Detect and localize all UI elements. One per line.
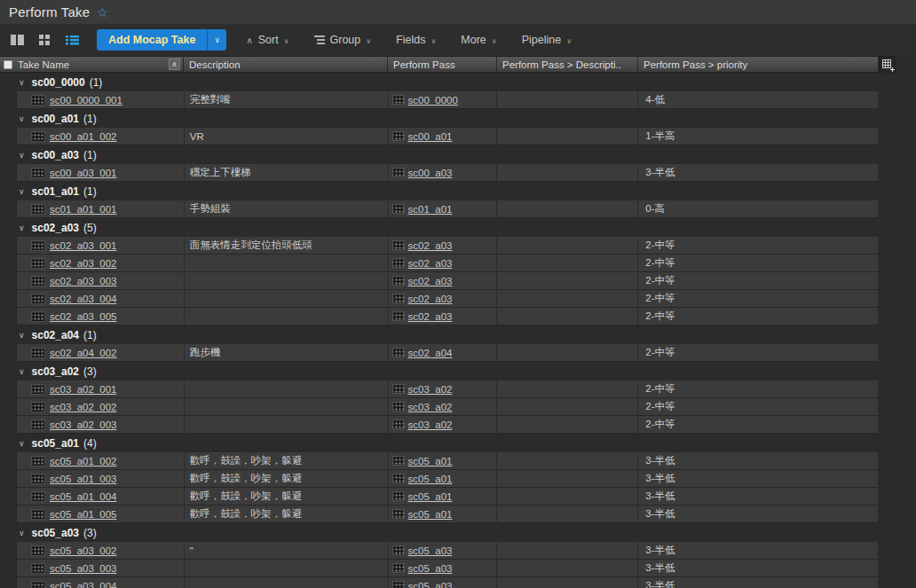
table-row[interactable]: sc02_a03_004 sc02_a03 2-中等 [16, 290, 879, 308]
take-name-link[interactable]: sc01_a01_001 [50, 204, 116, 215]
column-header-description[interactable]: Description [184, 57, 388, 72]
take-thumbnail-icon[interactable] [31, 311, 45, 322]
take-name-link[interactable]: sc02_a03_005 [50, 311, 116, 322]
take-name-link[interactable]: sc05_a03_004 [50, 581, 116, 588]
take-name-link[interactable]: sc03_a02_002 [50, 402, 116, 412]
group-header-row[interactable]: ∨ sc00_0000 (1) [0, 73, 916, 91]
take-name-link[interactable]: sc03_a02_001 [50, 384, 116, 395]
take-name-link[interactable]: sc05_a01_005 [50, 509, 116, 520]
more-menu[interactable]: More ∨ [461, 34, 496, 46]
perform-pass-link[interactable]: sc05_a01 [408, 474, 453, 484]
perform-pass-link[interactable]: sc02_a03 [408, 311, 453, 322]
thumbnail-view-icon[interactable] [39, 35, 51, 45]
table-row[interactable]: sc02_a04_002 跑步機 sc02_a04 2-中等 [16, 344, 879, 362]
take-thumbnail-icon[interactable] [31, 456, 45, 466]
take-thumbnail-icon[interactable] [31, 402, 45, 412]
perform-pass-link[interactable]: sc03_a02 [408, 384, 453, 395]
take-thumbnail-icon[interactable] [31, 168, 45, 178]
take-name-link[interactable]: sc02_a03_003 [50, 276, 116, 286]
group-header-row[interactable]: ∨ sc02_a04 (1) [0, 325, 916, 344]
perform-pass-link[interactable]: sc02_a03 [408, 258, 453, 269]
table-row[interactable]: sc00_a01_002 VR sc00_a01 1-半高 [16, 128, 879, 145]
table-row[interactable]: sc05_a01_004 歡呼，鼓譟，吵架，躲避 sc05_a01 3-半低 [16, 488, 879, 506]
column-header-perform-pass-description[interactable]: Perform Pass > Descripti.. [497, 57, 638, 72]
add-mocap-take-button[interactable]: Add Mocap Take [97, 29, 207, 51]
table-row[interactable]: sc05_a01_005 歡呼，鼓譟，吵架，躲避 sc05_a01 3-半低 [16, 506, 879, 523]
take-thumbnail-icon[interactable] [31, 131, 45, 142]
table-row[interactable]: sc02_a03_001 面無表情走到定位抬頭低頭 sc02_a03 2-中等 [16, 237, 879, 255]
add-column-button[interactable] [879, 57, 896, 74]
take-name-link[interactable]: sc05_a03_002 [50, 545, 116, 556]
select-all-checkbox[interactable] [4, 60, 12, 69]
take-thumbnail-icon[interactable] [31, 509, 45, 520]
table-row[interactable]: sc05_a01_002 歡呼，鼓譟，吵架，躲避 sc05_a01 3-半低 [16, 452, 879, 470]
take-name-link[interactable]: sc05_a01_004 [50, 491, 116, 502]
chevron-down-icon[interactable]: ∨ [19, 439, 25, 448]
table-row[interactable]: sc02_a03_002 sc02_a03 2-中等 [16, 255, 879, 272]
take-thumbnail-icon[interactable] [31, 204, 45, 215]
table-row[interactable]: sc03_a02_001 sc03_a02 2-中等 [16, 380, 879, 398]
sort-ascending-icon[interactable]: ∧ [169, 59, 180, 70]
perform-pass-link[interactable]: sc00_0000 [408, 95, 458, 106]
group-header-row[interactable]: ∨ sc01_a01 (1) [0, 182, 916, 200]
table-row[interactable]: sc05_a03_003 sc05_a03 3-半低 [16, 560, 879, 577]
perform-pass-link[interactable]: sc02_a03 [408, 294, 453, 304]
table-row[interactable]: sc03_a02_002 sc03_a02 2-中等 [16, 398, 879, 416]
add-mocap-take-dropdown-caret[interactable]: ∨ [207, 29, 226, 51]
table-row[interactable]: sc00_a03_001 穩定上下樓梯 sc00_a03 3-半低 [16, 164, 879, 182]
column-header-take-name[interactable]: Take Name ∧ [16, 57, 184, 72]
take-name-link[interactable]: sc05_a03_003 [50, 563, 116, 574]
chevron-down-icon[interactable]: ∨ [19, 114, 25, 123]
chevron-down-icon[interactable]: ∨ [19, 187, 25, 196]
take-name-link[interactable]: sc02_a04_002 [50, 348, 116, 358]
perform-pass-link[interactable]: sc05_a03 [408, 581, 453, 588]
group-menu[interactable]: Group ∨ [314, 34, 372, 46]
take-thumbnail-icon[interactable] [31, 348, 45, 358]
take-name-link[interactable]: sc02_a03_004 [50, 294, 116, 304]
perform-pass-link[interactable]: sc05_a01 [408, 491, 453, 502]
take-name-link[interactable]: sc02_a03_001 [50, 240, 116, 251]
take-thumbnail-icon[interactable] [31, 545, 45, 556]
chevron-down-icon[interactable]: ∨ [19, 223, 25, 232]
table-row[interactable]: sc03_a02_003 sc03_a02 2-中等 [16, 416, 879, 434]
take-thumbnail-icon[interactable] [31, 384, 45, 395]
group-header-row[interactable]: ∨ sc03_a02 (3) [0, 362, 916, 380]
perform-pass-link[interactable]: sc02_a03 [408, 240, 453, 251]
column-header-perform-pass[interactable]: Perform Pass [388, 57, 497, 72]
chevron-down-icon[interactable]: ∨ [19, 529, 25, 537]
take-thumbnail-icon[interactable] [31, 95, 45, 106]
column-header-perform-pass-priority[interactable]: Perform Pass > priority [638, 57, 879, 72]
take-name-link[interactable]: sc05_a01_003 [50, 474, 116, 484]
chevron-down-icon[interactable]: ∨ [19, 367, 25, 376]
take-thumbnail-icon[interactable] [31, 563, 45, 574]
take-thumbnail-icon[interactable] [31, 276, 45, 286]
list-view-icon[interactable] [66, 35, 79, 45]
table-row[interactable]: sc05_a01_003 歡呼，鼓譟，吵架，躲避 sc05_a01 3-半低 [16, 470, 879, 488]
pane-view-icon[interactable] [11, 35, 24, 45]
group-header-row[interactable]: ∨ sc00_a01 (1) [0, 109, 916, 128]
table-row[interactable]: sc01_a01_001 手勢組裝 sc01_a01 0-高 [16, 200, 879, 218]
take-thumbnail-icon[interactable] [31, 258, 45, 269]
chevron-down-icon[interactable]: ∨ [19, 331, 25, 340]
perform-pass-link[interactable]: sc02_a04 [408, 348, 453, 358]
perform-pass-link[interactable]: sc00_a01 [408, 131, 453, 142]
table-row[interactable]: sc02_a03_003 sc02_a03 2-中等 [16, 272, 879, 290]
favorite-star-icon[interactable]: ☆ [97, 5, 108, 20]
take-name-link[interactable]: sc03_a02_003 [50, 419, 116, 430]
group-header-row[interactable]: ∨ sc05_a01 (4) [0, 434, 916, 452]
take-thumbnail-icon[interactable] [31, 474, 45, 484]
table-row[interactable]: sc00_0000_001 完整對嘴 sc00_0000 4-低 [16, 91, 879, 109]
take-name-link[interactable]: sc00_a03_001 [50, 168, 116, 178]
perform-pass-link[interactable]: sc01_a01 [408, 204, 453, 215]
group-header-row[interactable]: ∨ sc05_a03 (3) [0, 523, 916, 542]
table-row[interactable]: sc05_a03_004 sc05_a03 3-半低 [16, 577, 879, 588]
perform-pass-link[interactable]: sc00_a03 [408, 168, 453, 178]
group-header-row[interactable]: ∨ sc02_a03 (5) [0, 218, 916, 237]
fields-menu[interactable]: Fields ∨ [396, 34, 436, 46]
table-row[interactable]: sc05_a03_002 " sc05_a03 3-半低 [16, 542, 879, 560]
perform-pass-link[interactable]: sc05_a01 [408, 509, 453, 520]
take-name-link[interactable]: sc00_a01_002 [50, 131, 116, 142]
sort-menu[interactable]: ∧ Sort ∨ [246, 34, 288, 46]
take-name-link[interactable]: sc00_0000_001 [50, 95, 122, 106]
take-thumbnail-icon[interactable] [31, 419, 45, 430]
